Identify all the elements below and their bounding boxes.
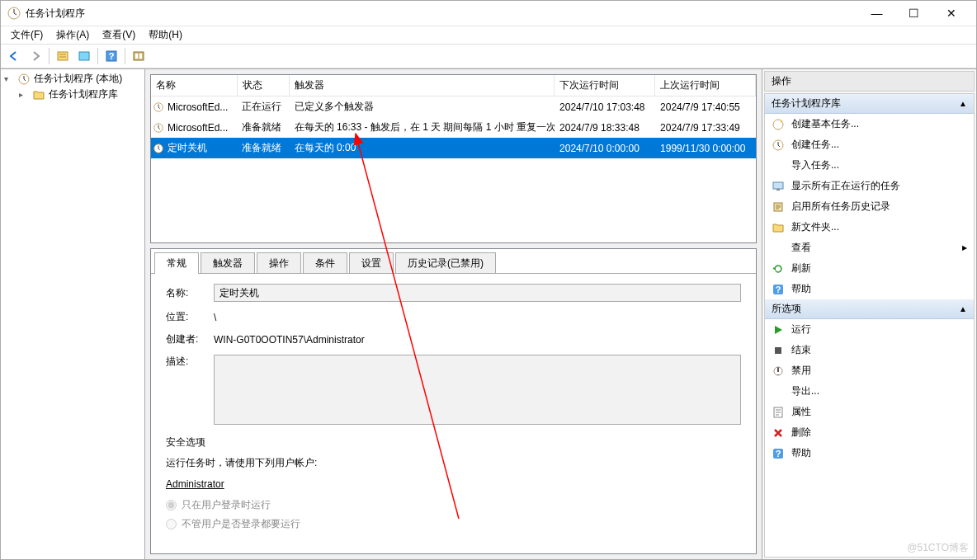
action-end[interactable]: 结束: [765, 340, 974, 360]
action-delete[interactable]: 删除: [765, 422, 974, 443]
action-help[interactable]: ? 帮助: [765, 279, 974, 299]
radio-any-user-input: [166, 519, 177, 529]
menu-view[interactable]: 查看(V): [96, 26, 142, 44]
radio-logged-on: 只在用户登录时运行: [166, 498, 741, 512]
action-view[interactable]: 查看: [765, 238, 974, 258]
menu-operation[interactable]: 操作(A): [50, 26, 96, 44]
tree-pane: ▾ 任务计划程序 (本地) ▸ 任务计划程序库: [1, 69, 145, 559]
task-list-header: 名称 状态 触发器 下次运行时间 上次运行时间: [151, 75, 756, 96]
tab-settings[interactable]: 设置: [349, 252, 394, 274]
tab-conditions[interactable]: 条件: [303, 252, 347, 274]
maximize-button[interactable]: ☐: [895, 2, 932, 25]
help-icon: ?: [772, 447, 785, 460]
action-label: 删除: [791, 426, 811, 440]
header-status[interactable]: 状态: [238, 75, 290, 96]
close-button[interactable]: ✕: [932, 2, 970, 25]
chevron-right-icon[interactable]: ▸: [19, 90, 29, 99]
toolbar-action1-icon[interactable]: [53, 46, 73, 66]
header-lastrun[interactable]: 上次运行时间: [655, 75, 756, 96]
action-run[interactable]: 运行: [765, 319, 974, 340]
action-label: 禁用: [791, 364, 811, 378]
watermark: @51CTO博客: [907, 541, 969, 555]
action-refresh[interactable]: 刷新: [765, 258, 974, 279]
svg-rect-2: [79, 52, 89, 60]
task-name: MicrosoftEd...: [168, 101, 228, 113]
tab-history[interactable]: 历史记录(已禁用): [395, 252, 496, 274]
action-disable[interactable]: 禁用: [765, 360, 974, 381]
task-trigger: 在每天的 16:33 - 触发后，在 1 天 期间每隔 1 小时 重复一次。: [290, 119, 555, 136]
name-field[interactable]: [214, 284, 741, 302]
tree-library-label: 任务计划程序库: [49, 87, 118, 101]
minimize-button[interactable]: —: [858, 2, 895, 25]
action-help-2[interactable]: ? 帮助: [765, 443, 974, 464]
action-import-task[interactable]: 导入任务...: [765, 155, 974, 176]
action-enable-history[interactable]: 启用所有任务历史记录: [765, 196, 974, 217]
toolbar-action2-icon[interactable]: [74, 46, 94, 66]
action-label: 结束: [791, 343, 811, 357]
svg-text:?: ?: [109, 51, 115, 61]
clock-icon: [153, 101, 164, 113]
action-properties[interactable]: 属性: [765, 402, 974, 422]
display-icon: [772, 180, 785, 193]
action-new-folder[interactable]: 新文件夹...: [765, 217, 974, 238]
security-run-as-label: 运行任务时，请使用下列用户帐户:: [166, 456, 741, 470]
action-label: 帮助: [791, 446, 811, 460]
tree-library[interactable]: ▸ 任务计划程序库: [2, 87, 143, 102]
toolbar: ?: [1, 44, 976, 68]
action-create-basic-task[interactable]: 创建基本任务...: [765, 114, 974, 134]
action-label: 创建任务...: [791, 138, 839, 152]
author-label: 创建者:: [166, 332, 214, 346]
task-status: 准备就绪: [237, 119, 290, 136]
clock-icon: [153, 143, 164, 154]
actions-section-selected-header[interactable]: 所选项 ▲: [765, 299, 974, 319]
tree-root-label: 任务计划程序 (本地): [34, 72, 122, 86]
header-nextrun[interactable]: 下次运行时间: [555, 75, 655, 96]
detail-panel: 常规 触发器 操作 条件 设置 历史记录(已禁用) 名称: 位置: \: [150, 248, 757, 554]
actions-section-selected-title: 所选项: [772, 302, 801, 316]
forward-button[interactable]: [26, 46, 45, 66]
task-trigger: 在每天的 0:00: [290, 139, 555, 157]
toolbar-action3-icon[interactable]: [129, 46, 149, 66]
tab-content-general: 名称: 位置: \ 创建者: WIN-G0T0OOTIN57\Administr…: [151, 273, 756, 553]
titlebar: 任务计划程序 — ☐ ✕: [1, 1, 976, 26]
action-show-running[interactable]: 显示所有正在运行的任务: [765, 176, 974, 196]
description-field[interactable]: [214, 355, 741, 425]
task-lastrun: 2024/7/9 17:40:55: [655, 100, 756, 115]
location-label: 位置:: [166, 310, 214, 324]
svg-rect-16: [773, 182, 783, 189]
header-trigger[interactable]: 触发器: [290, 75, 555, 96]
tree-root[interactable]: ▾ 任务计划程序 (本地): [2, 71, 143, 87]
action-export[interactable]: 导出...: [765, 381, 974, 402]
tab-triggers[interactable]: 触发器: [201, 252, 255, 274]
tab-actions[interactable]: 操作: [257, 252, 301, 274]
description-label: 描述:: [166, 355, 214, 369]
chevron-up-icon: ▲: [959, 99, 967, 108]
task-nextrun: 2024/7/9 18:33:48: [555, 120, 655, 135]
refresh-icon: [772, 262, 785, 275]
wizard-icon: [772, 118, 785, 131]
radio-logged-on-input: [166, 500, 177, 511]
task-list-body: MicrosoftEd... 正在运行 已定义多个触发器 2024/7/10 1…: [151, 96, 756, 242]
action-create-task[interactable]: 创建任务...: [765, 134, 974, 155]
task-row-selected[interactable]: 定时关机 准备就绪 在每天的 0:00 2024/7/10 0:00:00 19…: [151, 138, 756, 158]
action-label: 查看: [791, 241, 811, 255]
task-row[interactable]: MicrosoftEd... 正在运行 已定义多个触发器 2024/7/10 1…: [151, 96, 756, 117]
task-list: 名称 状态 触发器 下次运行时间 上次运行时间 MicrosoftEd... 正…: [150, 74, 757, 243]
header-name[interactable]: 名称: [151, 75, 238, 96]
toolbar-help-icon[interactable]: ?: [101, 46, 121, 66]
history-icon: [772, 200, 785, 214]
action-label: 属性: [791, 405, 811, 419]
security-account: Administrator: [166, 477, 741, 492]
action-label: 启用所有任务历史记录: [791, 200, 890, 214]
menu-help[interactable]: 帮助(H): [142, 26, 189, 44]
task-row[interactable]: MicrosoftEd... 准备就绪 在每天的 16:33 - 触发后，在 1…: [151, 117, 756, 138]
tab-general[interactable]: 常规: [154, 252, 199, 274]
chevron-down-icon[interactable]: ▾: [4, 74, 14, 83]
action-label: 显示所有正在运行的任务: [791, 179, 900, 193]
actions-section-library-header[interactable]: 任务计划程序库 ▲: [765, 94, 974, 114]
disable-icon: [772, 365, 785, 378]
back-button[interactable]: [4, 46, 24, 66]
action-label: 刷新: [791, 261, 811, 275]
menu-file[interactable]: 文件(F): [4, 26, 50, 44]
task-trigger: 已定义多个触发器: [290, 98, 555, 115]
